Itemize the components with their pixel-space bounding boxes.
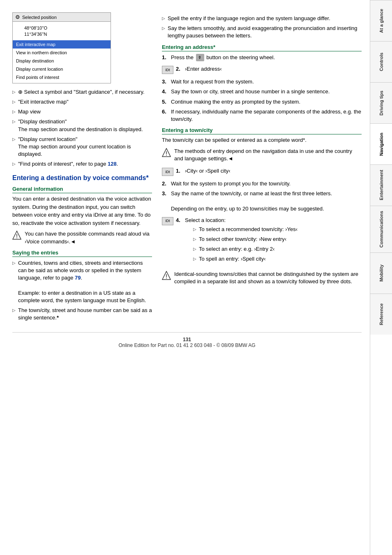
triangle-icon xyxy=(12,231,21,240)
step-text-3: Wait for a request from the system. xyxy=(171,78,254,86)
screenshot-item-4[interactable]: Display current location xyxy=(13,65,111,73)
town-text-2: Wait for the system to prompt you for th… xyxy=(171,180,291,187)
step-text-6: If necessary, individually name the sepa… xyxy=(171,108,362,123)
step-num-3: 3. xyxy=(162,78,168,86)
screenshot-content: 48°08'10''O11°34'36''N Exit interactive … xyxy=(13,22,111,83)
tab-navigation[interactable]: Navigation xyxy=(370,123,392,164)
address-step-1: 1. Press the 🎙 button on the steering wh… xyxy=(162,54,362,62)
idrive-icon-t1: iDt xyxy=(162,168,173,176)
general-info-text: You can enter a desired destination via … xyxy=(12,195,152,227)
left-bullet-1-text: ⊕ Select a symbol and "Start guidance", … xyxy=(18,88,145,96)
left-bullet-2-text: "Exit interactive map" xyxy=(18,98,69,106)
right-bullet-1: ▷ Spell the entry if the language region… xyxy=(162,15,362,22)
screenshot-titlebar: ⚙ Selected position xyxy=(13,13,111,22)
saying-bullet-2: ▷ The town/city, street and house number… xyxy=(12,307,152,321)
steering-wheel-icon: 🎙 xyxy=(196,54,204,61)
arrow-icon-2: ▷ xyxy=(12,99,16,106)
arrow-saying-2: ▷ xyxy=(12,308,16,321)
screenshot-coords: 48°08'10''O11°34'36''N xyxy=(13,23,111,40)
address-steps: 1. Press the 🎙 button on the steering wh… xyxy=(162,54,362,123)
screenshot-item-2[interactable]: View in northern direction xyxy=(13,49,111,57)
town-steps: iDt 1. ›City‹ or ›Spell city‹ 2. Wait fo… xyxy=(162,166,362,267)
address-step-5: 5. Continue making the entry as prompted… xyxy=(162,98,362,106)
sub-arrow-1: ▷ xyxy=(193,227,196,233)
footer-text: Online Edition for Part no. 01 41 2 603 … xyxy=(118,342,255,348)
left-bullet-6-text: "Find points of interest", refer to page… xyxy=(18,160,118,168)
left-bullet-2: ▷ "Exit interactive map" xyxy=(12,98,152,106)
tab-reference[interactable]: Reference xyxy=(370,294,392,335)
idrive-row-t4: iDt 4. Select a location: ▷ To select a … xyxy=(162,217,297,266)
tab-at-a-glance[interactable]: At a glance xyxy=(370,0,392,41)
town-sub-2: ▷ To select other town/city: ›New entry‹ xyxy=(193,236,297,243)
address-step-6: 6. If necessary, individually name the s… xyxy=(162,108,362,123)
town-text-3-container: Say the name of the town/city, or name a… xyxy=(171,190,332,213)
note-town-text: The methods of entry depend on the navig… xyxy=(174,148,362,162)
town-sub-bullets: ▷ To select a recommended town/city: ›Ye… xyxy=(193,226,297,263)
step-text-2: ›Enter address‹ xyxy=(185,65,222,73)
saying-bullet-list: ▷ Countries, towns and cities, streets a… xyxy=(12,259,152,322)
step-text-4: Say the town or city, street and house n… xyxy=(171,88,330,95)
main-content: ⚙ Selected position 48°08'10''O11°34'36'… xyxy=(0,0,370,555)
arrow-icon-3: ▷ xyxy=(12,109,16,116)
tab-controls[interactable]: Controls xyxy=(370,41,392,82)
right-sidebar: At a glance Controls Driving tips Naviga… xyxy=(370,0,392,555)
arrow-icon-5: ▷ xyxy=(12,136,16,158)
svg-point-2 xyxy=(16,238,17,238)
settings-icon: ⚙ xyxy=(15,14,20,20)
entering-town-header: Entering a town/city xyxy=(162,127,362,134)
svg-point-8 xyxy=(166,278,167,278)
triangle-icon-2 xyxy=(162,148,171,157)
step-num-2: 2. xyxy=(176,65,182,73)
step-num-6: 6. xyxy=(162,108,168,123)
tab-mobility[interactable]: Mobility xyxy=(370,252,392,294)
entering-address-header: Entering an address* xyxy=(162,44,362,51)
step-num-4: 4. xyxy=(162,88,168,95)
town-sub-4: ▷ To spell an entry: ›Spell city‹ xyxy=(193,255,297,263)
town-step-2: 2. Wait for the system to prompt you for… xyxy=(162,180,362,187)
right-bullet-1-text: Spell the entry if the language region a… xyxy=(168,15,330,22)
left-bullet-5-text: "Display current location"The map sectio… xyxy=(18,136,152,158)
address-step-4: 4. Say the town or city, street and hous… xyxy=(162,88,362,95)
general-info-header: General information xyxy=(12,186,152,193)
sub-text-3: To select an entry: e.g. ›Entry 2‹ xyxy=(199,245,274,253)
town-text-1: ›City‹ or ›Spell city‹ xyxy=(185,167,231,175)
left-bullet-3-text: Map view xyxy=(18,108,41,116)
screenshot-item-3[interactable]: Display destination xyxy=(13,57,111,65)
town-text-3b: Depending on the entry, up to 20 towns/c… xyxy=(171,206,324,212)
arrow-icon-4: ▷ xyxy=(12,119,16,133)
step-text-5: Continue making the entry as prompted by… xyxy=(171,98,300,106)
town-num-2: 2. xyxy=(162,180,168,187)
page-number: 131 xyxy=(183,337,191,342)
town-sub-1: ▷ To select a recommended town/city: ›Ye… xyxy=(193,226,297,233)
note-box-town: The methods of entry depend on the navig… xyxy=(162,148,362,162)
town-text-4: Select a location: xyxy=(185,217,226,223)
svg-point-5 xyxy=(166,155,167,155)
section-title: Entering a destination by voice commands… xyxy=(12,174,152,182)
arrow-saying-1: ▷ xyxy=(12,260,16,304)
entering-town-text: The town/city can be spelled or entered … xyxy=(162,136,362,144)
tab-communications[interactable]: Communications xyxy=(370,206,392,252)
saying-bullet-2-text: The town/city, street and house number c… xyxy=(18,307,152,321)
screenshot-item-1[interactable]: Exit interactive map xyxy=(13,40,111,49)
step-num-5: 5. xyxy=(162,98,168,106)
town-text-3: Say the name of the town/city, or name a… xyxy=(171,190,332,197)
saying-bullet-1: ▷ Countries, towns and cities, streets a… xyxy=(12,259,152,304)
right-top-bullets: ▷ Spell the entry if the language region… xyxy=(162,15,362,40)
arrow-right-2: ▷ xyxy=(162,25,165,39)
saying-entries-header: Saying the entries xyxy=(12,250,152,257)
saying-bullet-1-example: Example: to enter a destination in a US … xyxy=(18,290,146,303)
saying-bullet-1-text: Countries, towns and cities, streets and… xyxy=(18,260,143,281)
town-num-1: 1. xyxy=(176,167,182,175)
left-bullet-6: ▷ "Find points of interest", refer to pa… xyxy=(12,160,152,168)
left-column: ⚙ Selected position 48°08'10''O11°34'36'… xyxy=(12,12,152,324)
screenshot-item-5[interactable]: Find points of interest xyxy=(13,73,111,81)
town-step-3: 3. Say the name of the town/city, or nam… xyxy=(162,190,362,213)
tab-entertainment[interactable]: Entertainment xyxy=(370,164,392,206)
tab-driving-tips[interactable]: Driving tips xyxy=(370,82,392,123)
left-bullet-3: ▷ Map view xyxy=(12,108,152,116)
address-step-3: 3. Wait for a request from the system. xyxy=(162,78,362,86)
left-bullet-5: ▷ "Display current location"The map sect… xyxy=(12,136,152,158)
triangle-icon-3 xyxy=(162,271,171,280)
town-step-1: iDt 1. ›City‹ or ›Spell city‹ xyxy=(162,166,362,178)
town-sub-3: ▷ To select an entry: e.g. ›Entry 2‹ xyxy=(193,245,297,253)
